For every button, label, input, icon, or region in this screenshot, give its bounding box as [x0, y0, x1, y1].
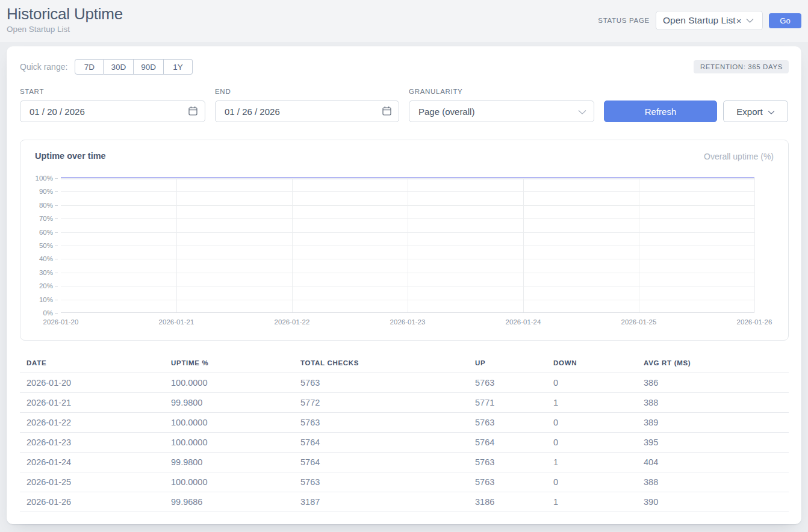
table-cell: 388 [637, 393, 789, 413]
end-date-value: 01 / 26 / 2026 [225, 107, 382, 117]
end-date-label: END [215, 88, 399, 95]
header-title-block: Historical Uptime Open Startup List [7, 0, 123, 34]
table-row: 2026-01-23100.0000576457640395 [20, 433, 789, 453]
chart-x-tick-label: 2026-01-20 [43, 318, 79, 326]
chart-legend: Overall uptime (%) [704, 152, 774, 161]
table-cell: 5763 [468, 453, 547, 472]
table-cell: 5771 [468, 393, 547, 413]
table-row: 2026-01-2199.9800577257711388 [20, 393, 789, 413]
quick-range-row: Quick range: 7D30D90D1Y RETENTION: 365 D… [20, 59, 789, 75]
table-cell: 5764 [468, 433, 547, 453]
table-cell: 404 [637, 453, 789, 472]
chart-y-tick-label: 30% [39, 269, 53, 276]
table-cell: 100.0000 [164, 413, 294, 433]
table-cell: 2026-01-26 [20, 492, 164, 512]
status-page-select-value: Open Startup List [663, 15, 736, 26]
start-date-label: START [20, 88, 205, 95]
table-cell: 5772 [294, 393, 468, 413]
chart-x-tick-label: 2026-01-25 [621, 318, 657, 326]
uptime-table: DATEUPTIME %TOTAL CHECKSUPDOWNAVG RT (MS… [20, 357, 789, 512]
chevron-down-icon[interactable] [578, 107, 586, 117]
table-row: 2026-01-25100.0000576357630388 [20, 472, 789, 492]
main-panel: Quick range: 7D30D90D1Y RETENTION: 365 D… [7, 46, 801, 524]
chart-y-tick-label: 100% [36, 175, 53, 182]
granularity-label: GRANULARITY [409, 88, 594, 95]
chart-y-tick-mark [55, 313, 58, 314]
table-body: 2026-01-20100.00005763576303862026-01-21… [20, 373, 789, 512]
table-cell: 2026-01-25 [20, 472, 164, 492]
table-cell: 5763 [294, 472, 468, 492]
table-cell: 395 [637, 433, 789, 453]
granularity-field: GRANULARITY Page (overall) [409, 88, 594, 122]
chart-y-tick-mark [55, 300, 58, 300]
header-controls: STATUS PAGE Open Startup List × Go [598, 0, 801, 30]
chevron-down-icon[interactable] [746, 18, 754, 23]
chart-y-tick-mark [55, 232, 58, 233]
granularity-select[interactable]: Page (overall) [409, 101, 594, 122]
export-button[interactable]: Export [723, 101, 788, 122]
table-cell: 1 [547, 393, 637, 413]
table-cell: 2026-01-20 [20, 373, 164, 393]
table-cell: 0 [547, 433, 637, 453]
end-date-field: END 01 / 26 / 2026 [215, 88, 399, 122]
chart-x-tick-label: 2026-01-24 [506, 318, 541, 326]
chart-y-tick-mark [55, 259, 58, 259]
retention-badge: RETENTION: 365 DAYS [694, 60, 789, 73]
table-cell: 100.0000 [164, 433, 294, 453]
quick-range-30d[interactable]: 30D [104, 59, 134, 75]
granularity-value: Page (overall) [418, 107, 578, 117]
chart-x-axis: 2026-01-202026-01-212026-01-222026-01-23… [61, 318, 754, 330]
table-row: 2026-01-22100.0000576357630389 [20, 413, 789, 433]
table-cell: 0 [547, 472, 637, 492]
table-header: DATEUPTIME %TOTAL CHECKSUPDOWNAVG RT (MS… [20, 357, 789, 373]
status-page-select[interactable]: Open Startup List × [656, 11, 763, 30]
calendar-icon[interactable] [382, 106, 391, 117]
end-date-input[interactable]: 01 / 26 / 2026 [215, 101, 399, 122]
chart-y-tick-label: 90% [39, 188, 53, 195]
table-cell: 3187 [294, 492, 468, 512]
chart-gridline-vertical [639, 178, 639, 312]
quick-range-group[interactable]: 7D30D90D1Y [75, 59, 193, 75]
chart-plot-area [61, 178, 754, 313]
quick-range-90d[interactable]: 90D [134, 59, 164, 75]
chart-y-tick-mark [55, 273, 58, 273]
chart-y-tick-mark [55, 191, 58, 192]
quick-range-1y[interactable]: 1Y [164, 59, 193, 75]
table-column-header: TOTAL CHECKS [294, 357, 468, 373]
table-cell: 5763 [294, 413, 468, 433]
table-header-row: DATEUPTIME %TOTAL CHECKSUPDOWNAVG RT (MS… [20, 357, 789, 373]
table-cell: 3186 [468, 492, 547, 512]
table-cell: 1 [547, 492, 637, 512]
chart-y-tick-label: 40% [39, 255, 53, 262]
calendar-icon[interactable] [188, 106, 197, 117]
table-cell: 100.0000 [164, 373, 294, 393]
table-cell: 5763 [294, 373, 468, 393]
chart-y-tick-label: 0% [43, 309, 53, 317]
table-column-header: UP [468, 357, 547, 373]
chevron-down-icon [768, 107, 775, 117]
table-column-header: DOWN [547, 357, 637, 373]
table-cell: 5763 [468, 373, 547, 393]
chart-gridline-vertical [754, 178, 755, 312]
start-date-field: START 01 / 20 / 2026 [20, 88, 205, 122]
start-date-input[interactable]: 01 / 20 / 2026 [20, 101, 205, 122]
chart-y-tick-mark [55, 246, 58, 246]
table-column-header: DATE [20, 357, 164, 373]
export-button-label: Export [736, 107, 762, 117]
table-cell: 386 [637, 373, 789, 393]
filter-fields-row: START 01 / 20 / 2026 END 01 / 26 / 2026 [20, 88, 789, 122]
table-row: 2026-01-20100.0000576357630386 [20, 373, 789, 393]
table-cell: 2026-01-21 [20, 393, 164, 413]
table-cell: 1 [547, 453, 637, 472]
table-cell: 100.0000 [164, 472, 294, 492]
chart-y-tick-mark [55, 286, 58, 286]
table-row: 2026-01-2499.9800576457631404 [20, 453, 789, 472]
close-icon[interactable]: × [736, 16, 742, 26]
chart-x-tick-label: 2026-01-21 [159, 318, 194, 326]
quick-range-7d[interactable]: 7D [75, 59, 104, 75]
uptime-chart-card: Uptime over time Overall uptime (%) 100%… [20, 140, 789, 341]
refresh-button[interactable]: Refresh [604, 101, 717, 122]
table-cell: 99.9800 [164, 393, 294, 413]
go-button[interactable]: Go [769, 13, 801, 28]
chart-x-tick-label: 2026-01-22 [275, 318, 310, 326]
